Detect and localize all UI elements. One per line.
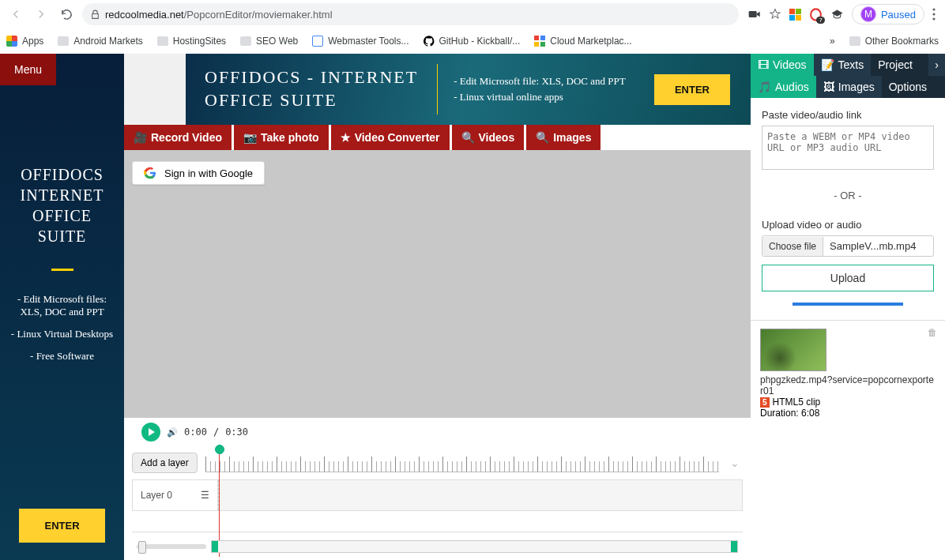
bookmark-apps[interactable]: Apps xyxy=(6,36,43,47)
layer-label[interactable]: Layer 0 ☰ xyxy=(133,480,218,510)
take-photo-button[interactable]: 📷Take photo xyxy=(234,125,329,150)
reload-button[interactable] xyxy=(57,5,76,24)
tab-audios[interactable]: 🎵Audios xyxy=(751,76,816,98)
url-path: /PopcornEditor/moviemaker.html xyxy=(184,9,333,21)
marketplace-icon xyxy=(534,36,545,47)
star-icon: ★ xyxy=(341,131,351,144)
tab-project[interactable]: Project xyxy=(871,54,928,76)
folder-icon xyxy=(157,36,168,46)
tab-images[interactable]: 🖼Images xyxy=(816,76,882,98)
folder-icon xyxy=(58,36,69,46)
google-icon xyxy=(144,167,156,179)
apps-icon xyxy=(6,36,17,47)
bookmark-other-bookmarks[interactable]: Other Bookmarks xyxy=(849,36,939,47)
html5-badge: 5 xyxy=(760,397,770,408)
bookmark-seo-web[interactable]: SEO Web xyxy=(240,36,298,47)
paste-link-input[interactable] xyxy=(762,126,934,170)
lock-icon xyxy=(90,9,100,20)
trash-icon[interactable]: 🗑 xyxy=(928,327,937,338)
scroll-handle-right[interactable] xyxy=(731,541,737,552)
tab-options[interactable]: Options xyxy=(882,76,945,98)
search-icon: 🔍 xyxy=(461,131,475,144)
webmaster-icon xyxy=(312,36,323,47)
paste-link-label: Paste video/audio link xyxy=(762,109,934,121)
clip-duration: Duration: 6:08 xyxy=(760,408,936,419)
upload-button[interactable]: Upload xyxy=(762,265,934,291)
sidebar-enter-button[interactable]: ENTER xyxy=(19,509,105,543)
clip-thumbnail[interactable] xyxy=(760,329,826,371)
search-videos-button[interactable]: 🔍Videos xyxy=(452,125,525,150)
search-images-button[interactable]: 🔍Images xyxy=(526,125,601,150)
divider xyxy=(51,269,73,271)
address-bar[interactable]: redcoolmedia.net/PopcornEditor/moviemake… xyxy=(82,3,739,25)
clip-type: HTML5 clip xyxy=(773,397,821,408)
bookmark-android-markets[interactable]: Android Markets xyxy=(58,36,142,47)
profile-status: Paused xyxy=(881,9,916,21)
bookmark-hostingsites[interactable]: HostingSites xyxy=(157,36,226,47)
chosen-file-name: SampleV...mb.mp4 xyxy=(823,236,933,256)
or-divider: - OR - xyxy=(762,190,934,201)
bookmark-cloud-marketplace[interactable]: Cloud Marketplac... xyxy=(534,36,631,47)
preview-canvas: Sign in with Google xyxy=(124,150,751,418)
tab-videos[interactable]: 🎞Videos xyxy=(751,54,814,76)
clip-card[interactable]: 🗑 phpgzkedz.mp4?service=popcornexporter0… xyxy=(751,320,945,427)
google-signin-button[interactable]: Sign in with Google xyxy=(132,161,265,185)
upload-progress xyxy=(793,303,903,306)
add-layer-button[interactable]: Add a layer xyxy=(132,453,198,473)
layer-track[interactable] xyxy=(218,480,742,510)
timeline-scrollbar[interactable] xyxy=(211,540,738,553)
image-icon: 🖼 xyxy=(823,81,834,93)
bookmark-github[interactable]: GitHub - Kickball/... xyxy=(424,36,521,47)
text-icon: 📝 xyxy=(821,58,834,71)
play-button[interactable] xyxy=(141,423,160,442)
scroll-handle-left[interactable] xyxy=(212,541,218,552)
chevron-down-icon[interactable]: ⌄ xyxy=(727,457,743,469)
avatar: M xyxy=(860,6,876,22)
music-icon: 🎵 xyxy=(758,81,771,93)
tabs-next[interactable]: › xyxy=(928,54,945,76)
bookmarks-overflow[interactable]: » xyxy=(830,36,835,47)
banner-enter-button[interactable]: ENTER xyxy=(654,74,730,105)
total-time: 0:30 xyxy=(225,427,248,438)
kebab-menu-icon[interactable] xyxy=(932,8,936,21)
chevron-right-icon: › xyxy=(935,58,939,71)
record-video-button[interactable]: 🎥Record Video xyxy=(124,125,232,150)
star-icon[interactable] xyxy=(769,8,781,21)
forward-button[interactable] xyxy=(32,5,51,24)
time-sep: / xyxy=(213,427,219,438)
search-icon: 🔍 xyxy=(536,131,549,144)
scholar-icon[interactable] xyxy=(830,9,844,20)
film-icon: 🎞 xyxy=(758,58,769,71)
svg-point-2 xyxy=(932,8,935,10)
bookmark-webmaster-tools[interactable]: Webmaster Tools... xyxy=(312,36,408,47)
microsoft-ext-icon[interactable] xyxy=(789,9,801,21)
github-icon xyxy=(424,36,435,47)
svg-point-4 xyxy=(932,17,935,20)
banner-features: - Edit Microsoft file: XLS, DOC and PPT … xyxy=(438,72,654,107)
hamburger-icon[interactable]: ☰ xyxy=(201,490,209,501)
sidebar-title: OFFIDOCS INTERNET OFFICE SUITE xyxy=(8,164,116,246)
choose-file-button[interactable]: Choose file xyxy=(762,237,823,256)
clip-filename: phpgzkedz.mp4?service=popcornexporter01 xyxy=(760,374,936,397)
banner-title: OFFIDOCS - INTERNET OFFICE SUITE xyxy=(186,66,437,111)
volume-icon[interactable]: 🔊 xyxy=(167,427,178,438)
tab-texts[interactable]: 📝Texts xyxy=(814,54,872,76)
current-time: 0:00 xyxy=(184,427,207,438)
zoom-slider[interactable] xyxy=(137,544,206,549)
video-converter-button[interactable]: ★Video Converter xyxy=(331,125,450,150)
svg-point-3 xyxy=(932,13,935,15)
url-host: redcoolmedia.net xyxy=(105,9,184,21)
folder-icon xyxy=(240,36,251,46)
menu-button[interactable]: Menu xyxy=(0,54,56,85)
opera-ext-icon[interactable]: 7 xyxy=(809,8,823,21)
profile-button[interactable]: M Paused xyxy=(852,4,924,24)
back-button[interactable] xyxy=(6,5,25,24)
video-icon: 🎥 xyxy=(134,131,147,144)
svg-rect-0 xyxy=(749,11,757,17)
folder-icon xyxy=(849,36,860,46)
camera-icon: 📷 xyxy=(243,131,257,144)
camera-icon[interactable] xyxy=(748,9,761,19)
sidebar-features: - Edit Microsoft files: XLS, DOC and PPT… xyxy=(8,293,116,363)
timeline-ruler[interactable] xyxy=(205,453,719,472)
playhead-handle[interactable] xyxy=(215,445,224,454)
